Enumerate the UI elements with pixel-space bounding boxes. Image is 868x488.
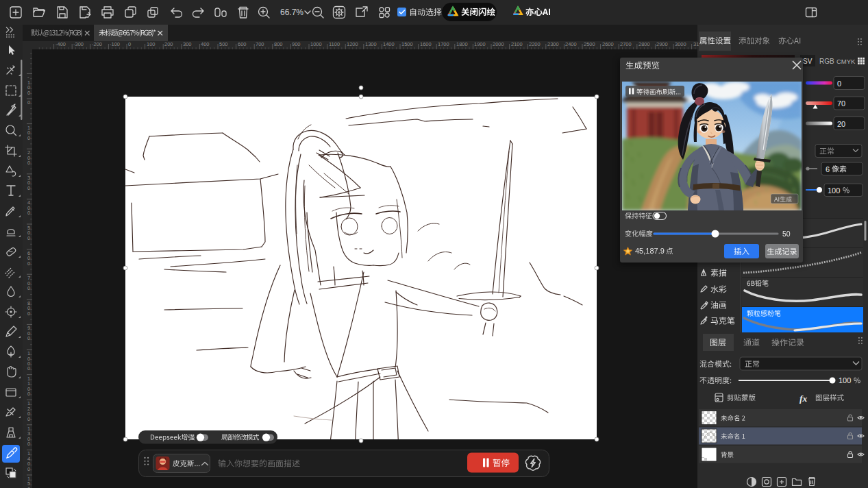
svg-text:400: 400 (201, 41, 210, 47)
svg-text:1800: 1800 (456, 41, 468, 47)
svg-text:3000: 3000 (675, 41, 686, 47)
svg-text:1600: 1600 (420, 41, 432, 47)
svg-text:70: 70 (837, 99, 845, 108)
svg-text:100: 100 (147, 41, 156, 47)
svg-text:2200: 2200 (529, 41, 541, 47)
svg-text:1700: 1700 (438, 41, 449, 47)
svg-text:-300: -300 (73, 41, 84, 47)
svg-text:1100: 1100 (329, 41, 340, 47)
svg-text:0: 0 (27, 185, 30, 191)
svg-text:0: 0 (27, 365, 30, 371)
svg-text:2900: 2900 (656, 41, 668, 47)
svg-text:1900: 1900 (474, 41, 486, 47)
svg-text:0: 0 (27, 160, 30, 166)
svg-text:0: 0 (27, 235, 30, 241)
svg-text:0: 0 (27, 210, 30, 216)
svg-text:2500: 2500 (584, 41, 595, 47)
svg-text:600: 600 (238, 41, 247, 47)
svg-text:0: 0 (27, 260, 30, 267)
svg-text:0: 0 (27, 391, 30, 397)
svg-text:800: 800 (274, 41, 283, 47)
svg-text:1200: 1200 (347, 41, 358, 47)
svg-text:100: 100 (839, 376, 851, 385)
svg-text:SV: SV (803, 58, 813, 65)
svg-text:500: 500 (219, 41, 228, 47)
svg-text:0: 0 (128, 41, 131, 47)
svg-text:2700: 2700 (620, 41, 632, 47)
svg-text:2100: 2100 (511, 41, 523, 47)
svg-text:1500: 1500 (401, 41, 413, 47)
svg-text:0: 0 (27, 335, 30, 341)
svg-text:20: 20 (837, 120, 845, 128)
svg-text:0: 0 (837, 80, 841, 88)
svg-text:100: 100 (828, 186, 840, 195)
svg-text:200: 200 (164, 41, 173, 47)
svg-text:CMYK: CMYK (836, 58, 856, 65)
svg-text:50: 50 (782, 230, 791, 238)
svg-text:2300: 2300 (547, 41, 559, 47)
svg-text:0: 0 (27, 416, 30, 422)
svg-text:1300: 1300 (365, 41, 377, 47)
svg-text:0: 0 (27, 135, 30, 141)
svg-text:45,187.9: 45,187.9 (635, 247, 665, 255)
svg-text:RGB: RGB (819, 58, 834, 65)
svg-text:66.7%: 66.7% (280, 8, 303, 17)
svg-text:2400: 2400 (565, 41, 577, 47)
svg-text:-400: -400 (55, 41, 66, 47)
svg-text:1000: 1000 (310, 41, 322, 47)
svg-text:0: 0 (27, 90, 30, 96)
svg-text:900: 900 (292, 41, 301, 47)
svg-text:0: 0 (27, 466, 30, 472)
svg-text:2000: 2000 (493, 41, 504, 47)
svg-text:300: 300 (183, 41, 192, 47)
svg-text:0: 0 (27, 99, 30, 106)
svg-text:2800: 2800 (638, 41, 650, 47)
svg-text:0: 0 (27, 310, 30, 317)
svg-text:1400: 1400 (383, 41, 395, 47)
svg-text:fx: fx (799, 393, 807, 404)
svg-text:6: 6 (826, 165, 830, 173)
svg-text:0: 0 (27, 285, 30, 291)
svg-text:2600: 2600 (602, 41, 614, 47)
svg-text:-200: -200 (92, 41, 102, 47)
svg-text:0: 0 (27, 441, 30, 447)
svg-text:-100: -100 (110, 41, 120, 47)
svg-text:700: 700 (256, 41, 264, 47)
